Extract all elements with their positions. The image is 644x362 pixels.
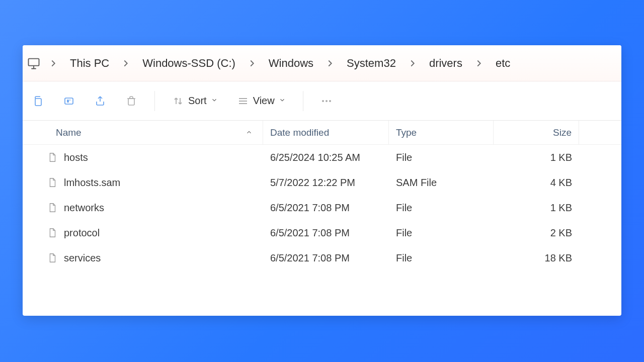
svg-point-4 bbox=[322, 100, 324, 102]
breadcrumb-etc[interactable]: etc bbox=[492, 55, 514, 72]
svg-rect-3 bbox=[128, 99, 134, 105]
rename-icon bbox=[63, 95, 75, 107]
delete-button[interactable] bbox=[120, 92, 142, 110]
file-name: networks bbox=[64, 202, 104, 214]
file-size: 4 KB bbox=[494, 177, 579, 189]
column-header-size[interactable]: Size bbox=[494, 121, 579, 144]
column-header-spacer bbox=[579, 121, 621, 144]
file-row[interactable]: protocol6/5/2021 7:08 PMFile2 KB bbox=[23, 220, 621, 245]
file-type: File bbox=[389, 227, 494, 239]
breadcrumb-drive-c[interactable]: Windows-SSD (C:) bbox=[138, 55, 239, 72]
list-view-icon bbox=[237, 95, 249, 107]
file-name: protocol bbox=[64, 227, 100, 239]
share-button[interactable] bbox=[89, 92, 111, 110]
column-header-label: Date modified bbox=[270, 127, 329, 138]
file-date: 6/5/2021 7:08 PM bbox=[263, 227, 389, 239]
sort-button[interactable]: Sort bbox=[167, 92, 223, 110]
rename-button[interactable] bbox=[58, 92, 80, 110]
toolbar: Sort View bbox=[23, 81, 621, 121]
toolbar-separator bbox=[154, 91, 155, 111]
sort-icon bbox=[172, 95, 184, 107]
file-icon bbox=[47, 227, 58, 238]
column-header-date[interactable]: Date modified bbox=[263, 121, 389, 144]
file-date: 6/25/2024 10:25 AM bbox=[263, 152, 389, 163]
svg-rect-1 bbox=[35, 99, 41, 106]
file-date: 6/5/2021 7:08 PM bbox=[263, 202, 389, 214]
column-header-label: Size bbox=[553, 127, 572, 138]
column-header-label: Type bbox=[396, 127, 417, 138]
chevron-right-icon bbox=[325, 58, 336, 69]
file-icon bbox=[47, 152, 58, 163]
this-pc-icon bbox=[27, 56, 41, 70]
file-icon bbox=[47, 202, 58, 213]
chevron-down-icon bbox=[279, 97, 286, 106]
chevron-down-icon bbox=[211, 97, 218, 106]
column-headers: Name Date modified Type Size bbox=[23, 121, 621, 145]
address-bar[interactable]: This PC Windows-SSD (C:) Windows System3… bbox=[23, 45, 621, 81]
file-list: hosts6/25/2024 10:25 AMFile1 KBlmhosts.s… bbox=[23, 145, 621, 316]
svg-point-6 bbox=[329, 100, 331, 102]
column-header-type[interactable]: Type bbox=[389, 121, 494, 144]
file-type: SAM File bbox=[389, 177, 494, 189]
copy-button[interactable] bbox=[27, 92, 49, 110]
file-size: 1 KB bbox=[494, 152, 579, 163]
file-name: hosts bbox=[64, 152, 88, 163]
view-label: View bbox=[253, 95, 275, 107]
file-type: File bbox=[389, 152, 494, 163]
file-size: 18 KB bbox=[494, 252, 579, 264]
toolbar-separator bbox=[303, 91, 303, 111]
ellipsis-icon bbox=[320, 95, 333, 107]
file-size: 1 KB bbox=[494, 202, 579, 214]
more-button[interactable] bbox=[315, 92, 338, 110]
trash-icon bbox=[125, 95, 137, 107]
chevron-right-icon bbox=[48, 58, 59, 69]
file-icon bbox=[47, 252, 58, 263]
file-type: File bbox=[389, 202, 494, 214]
copy-icon bbox=[32, 95, 44, 107]
breadcrumb-this-pc[interactable]: This PC bbox=[66, 55, 113, 72]
file-size: 2 KB bbox=[494, 227, 579, 239]
explorer-window: This PC Windows-SSD (C:) Windows System3… bbox=[23, 45, 621, 316]
column-header-name[interactable]: Name bbox=[23, 121, 263, 144]
file-name: services bbox=[64, 252, 101, 264]
view-button[interactable]: View bbox=[232, 92, 291, 110]
svg-rect-2 bbox=[65, 98, 73, 104]
file-row[interactable]: networks6/5/2021 7:08 PMFile1 KB bbox=[23, 195, 621, 220]
column-header-label: Name bbox=[56, 127, 82, 138]
svg-rect-0 bbox=[29, 58, 39, 65]
file-row[interactable]: lmhosts.sam5/7/2022 12:22 PMSAM File4 KB bbox=[23, 170, 621, 195]
file-name: lmhosts.sam bbox=[64, 177, 120, 189]
chevron-right-icon bbox=[473, 58, 485, 69]
file-type: File bbox=[389, 252, 494, 264]
svg-point-5 bbox=[326, 100, 328, 102]
file-date: 6/5/2021 7:08 PM bbox=[263, 252, 389, 264]
share-icon bbox=[94, 95, 106, 107]
breadcrumb-windows[interactable]: Windows bbox=[265, 55, 317, 72]
file-row[interactable]: hosts6/25/2024 10:25 AMFile1 KB bbox=[23, 145, 621, 170]
breadcrumb-drivers[interactable]: drivers bbox=[425, 55, 466, 72]
chevron-up-icon bbox=[246, 127, 253, 138]
file-icon bbox=[47, 177, 58, 188]
sort-label: Sort bbox=[188, 95, 207, 107]
chevron-right-icon bbox=[247, 58, 258, 69]
file-row[interactable]: services6/5/2021 7:08 PMFile18 KB bbox=[23, 245, 621, 270]
breadcrumb-system32[interactable]: System32 bbox=[343, 55, 400, 72]
file-date: 5/7/2022 12:22 PM bbox=[263, 177, 389, 189]
chevron-right-icon bbox=[120, 58, 131, 69]
chevron-right-icon bbox=[407, 58, 418, 69]
